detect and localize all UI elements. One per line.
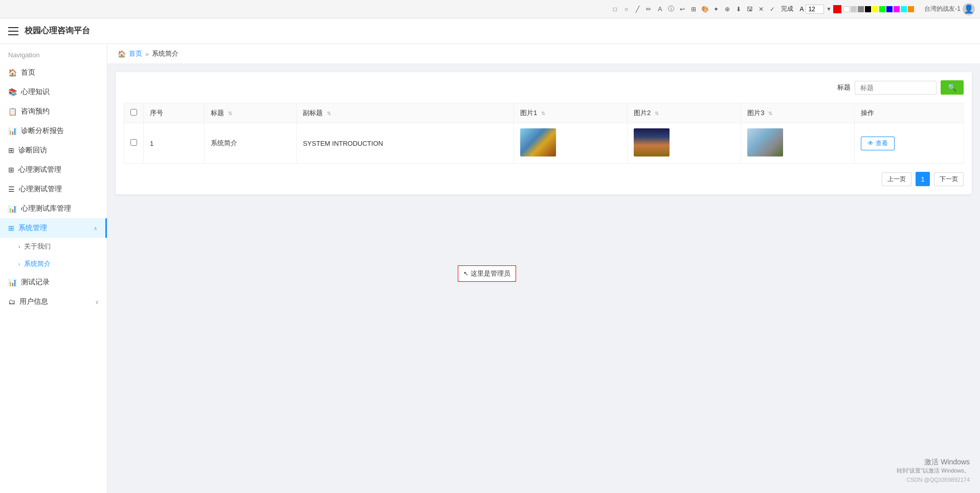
app-header: 校园心理咨询平台 [0, 18, 980, 44]
sidebar-item-psych-knowledge[interactable]: 📚 心理知识 [0, 82, 107, 102]
info-icon[interactable]: ⓘ [666, 5, 676, 14]
sidebar-label-system-intro: 系统简介 [24, 259, 99, 268]
font-size-chevron[interactable]: ▼ [826, 6, 831, 12]
sysintro-chevron-icon: › [18, 261, 20, 267]
user-area: 台湾的战友-1 👤 [924, 3, 975, 15]
undo-icon[interactable]: ↩ [678, 5, 687, 14]
sidebar-item-system-intro[interactable]: › 系统简介 [10, 255, 107, 273]
sidebar-label-psych-test-mgmt2: 心理测试管理 [19, 185, 99, 194]
sidebar-item-user-info[interactable]: 🗂 用户信息 ∨ [0, 292, 107, 311]
view-button[interactable]: 👁 查看 [861, 137, 895, 150]
color-red-swatch[interactable] [833, 5, 841, 13]
target-icon[interactable]: ⊕ [723, 5, 732, 14]
color-blue[interactable] [886, 6, 893, 12]
done-label: 完成 [781, 5, 793, 13]
circle-icon[interactable]: ○ [621, 5, 631, 14]
sidebar-label-diagnosis-revisit: 诊断回访 [18, 146, 99, 155]
sidebar-item-system-mgmt[interactable]: ⊞ 系统管理 ∧ [0, 218, 107, 238]
search-label: 标题 [837, 83, 851, 92]
text-icon[interactable]: A [655, 5, 664, 14]
records-icon: 📊 [8, 278, 17, 286]
color-gray2[interactable] [858, 6, 864, 12]
breadcrumb-home-icon: 🏠 [118, 50, 126, 58]
sidebar-item-psych-test-mgmt2[interactable]: ☰ 心理测试管理 [0, 180, 107, 199]
sidebar-item-diagnosis-revisit[interactable]: ⊞ 诊断回访 [0, 141, 107, 160]
color-green[interactable] [879, 6, 885, 12]
line-icon[interactable]: ╱ [633, 5, 642, 14]
content-area: 🏠 首页 » 系统简介 标题 🔍 [107, 44, 980, 493]
row-checkbox[interactable] [130, 139, 137, 146]
cursor-icon: ↖ [463, 270, 469, 277]
check-icon[interactable]: ✓ [768, 5, 777, 14]
table-row: 1 系统简介 SYSTEM INTRODUCTION [124, 123, 964, 164]
color-yellow[interactable] [872, 6, 878, 12]
activate-windows-text: 激活 Windows [897, 458, 970, 467]
color-gray1[interactable] [851, 6, 857, 12]
download-icon[interactable]: ⬇ [734, 5, 743, 14]
app-title: 校园心理咨询平台 [25, 26, 90, 36]
header-img3[interactable]: 图片3 ⇅ [741, 103, 855, 123]
sidebar-item-test-records[interactable]: 📊 测试记录 [0, 273, 107, 292]
hamburger-button[interactable] [8, 27, 18, 35]
sidebar-item-consult-booking[interactable]: 📋 咨询预约 [0, 102, 107, 121]
breadcrumb-home-link[interactable]: 首页 [129, 49, 142, 58]
color-orange[interactable] [908, 6, 914, 12]
breadcrumb-separator: » [145, 50, 149, 58]
table-header-row: 序号 标题 ⇅ 副标题 ⇅ 图片1 ⇅ [124, 103, 964, 123]
breadcrumb-current: 系统简介 [152, 49, 179, 58]
color-white[interactable] [843, 6, 850, 12]
search-bar: 标题 🔍 [124, 80, 964, 95]
bar-lib-icon: 📊 [8, 205, 17, 213]
color-magenta[interactable] [894, 6, 900, 12]
sidebar-item-about-us[interactable]: › 关于我们 [10, 238, 107, 255]
next-page-button[interactable]: 下一页 [934, 172, 964, 186]
clipboard-icon: 📋 [8, 107, 17, 116]
sidebar-label-about-us: 关于我们 [24, 242, 99, 251]
close-icon[interactable]: ✕ [756, 5, 766, 14]
prev-page-button[interactable]: 上一页 [882, 172, 911, 186]
sidebar-item-diagnosis-report[interactable]: 📊 诊断分析报告 [0, 121, 107, 141]
color-cyan[interactable] [901, 6, 907, 12]
sidebar-label-home: 首页 [21, 68, 99, 77]
header-img2[interactable]: 图片2 ⇅ [628, 103, 741, 123]
folder-icon: 🗂 [8, 298, 15, 306]
current-page-number[interactable]: 1 [916, 172, 930, 186]
floating-box-text: 这里是管理员 [471, 269, 510, 278]
sidebar-item-psych-test-lib[interactable]: 📊 心理测试库管理 [0, 199, 107, 218]
data-table: 序号 标题 ⇅ 副标题 ⇅ 图片1 ⇅ [124, 103, 964, 164]
cell-title: 系统简介 [205, 123, 297, 164]
cell-subtitle: SYSTEM INTRODUCTION [297, 123, 514, 164]
home-icon: 🏠 [8, 69, 17, 77]
grid-icon[interactable]: ⊞ [689, 5, 698, 14]
sidebar-label-user-info: 用户信息 [19, 297, 91, 306]
cell-seq: 1 [144, 123, 205, 164]
sidebar: Navigation 🏠 首页 📚 心理知识 📋 咨询预约 📊 诊断分析报告 ⊞… [0, 44, 107, 493]
save-icon[interactable]: 🖫 [745, 5, 754, 14]
cell-action: 👁 查看 [855, 123, 964, 164]
color-black[interactable] [865, 6, 871, 12]
chart-icon: 📊 [8, 127, 17, 135]
table-panel: 标题 🔍 序号 标题 ⇅ [116, 72, 972, 194]
title-sort-icon: ⇅ [228, 110, 232, 116]
search-input[interactable] [855, 81, 937, 95]
select-all-checkbox[interactable] [130, 109, 137, 116]
user-info-chevron-icon: ∨ [95, 299, 99, 305]
header-subtitle[interactable]: 副标题 ⇅ [297, 103, 514, 123]
image-2 [634, 128, 670, 156]
sidebar-item-home[interactable]: 🏠 首页 [0, 63, 107, 82]
palette-icon[interactable]: 🎨 [700, 5, 709, 14]
sidebar-label-diagnosis-report: 诊断分析报告 [21, 126, 99, 136]
star-icon[interactable]: ✦ [711, 5, 721, 14]
system-mgmt-chevron: ∧ [94, 226, 97, 231]
header-title[interactable]: 标题 ⇅ [205, 103, 297, 123]
header-img1[interactable]: 图片1 ⇅ [514, 103, 628, 123]
search-button[interactable]: 🔍 [941, 80, 964, 95]
pencil-icon[interactable]: ✏ [644, 5, 653, 14]
header-action: 操作 [855, 103, 964, 123]
sidebar-item-psych-test-mgmt1[interactable]: ⊞ 心理测试管理 [0, 160, 107, 180]
rect-icon[interactable]: □ [610, 5, 619, 14]
floating-admin-box[interactable]: ↖ 这里是管理员 [458, 265, 516, 282]
font-size-input[interactable] [806, 5, 824, 14]
cell-img2 [628, 123, 741, 164]
sidebar-label-test-records: 测试记录 [21, 278, 99, 287]
